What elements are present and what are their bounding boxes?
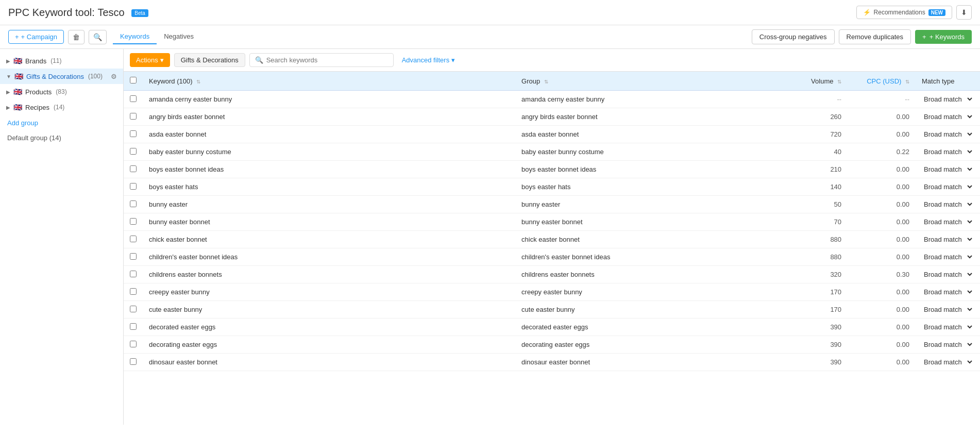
match-type-select[interactable]: Broad match Phrase match Exact match	[922, 200, 974, 209]
volume-cell: 260	[764, 108, 848, 126]
row-checkbox[interactable]	[130, 323, 137, 330]
group-cell: decorated easter eggs	[515, 319, 764, 336]
row-checkbox[interactable]	[130, 200, 137, 207]
group-count: (100)	[88, 73, 103, 80]
row-checkbox[interactable]	[130, 306, 137, 312]
row-checkbox[interactable]	[130, 253, 137, 260]
action-buttons: Cross-group negatives Remove duplicates …	[752, 29, 972, 44]
group-cell: amanda cerny easter bunny	[515, 91, 764, 108]
select-all-checkbox[interactable]	[130, 77, 137, 83]
row-checkbox[interactable]	[130, 288, 137, 295]
match-type-cell: Broad match Phrase match Exact match	[916, 354, 980, 371]
search-input[interactable]	[266, 56, 388, 64]
keyword-cell: dinosaur easter bonnet	[143, 354, 515, 371]
add-campaign-button[interactable]: + + Campaign	[8, 30, 64, 44]
volume-cell: 170	[764, 283, 848, 301]
table-row: amanda cerny easter bunny amanda cerny e…	[124, 91, 980, 108]
keyword-cell: bunny easter	[143, 196, 515, 213]
search-icon: 🔍	[255, 56, 263, 64]
tab-negatives[interactable]: Negatives	[157, 29, 201, 44]
add-group-link[interactable]: Add group	[0, 115, 123, 131]
delete-button[interactable]: 🗑	[68, 30, 85, 44]
row-checkbox[interactable]	[130, 95, 137, 102]
search-button[interactable]: 🔍	[89, 30, 107, 44]
match-type-select[interactable]: Broad match Phrase match Exact match	[922, 182, 974, 191]
match-type-select[interactable]: Broad match Phrase match Exact match	[922, 323, 974, 331]
row-checkbox[interactable]	[130, 183, 137, 190]
match-type-cell: Broad match Phrase match Exact match	[916, 231, 980, 248]
group-cell: childrens easter bonnets	[515, 266, 764, 283]
table-row: decorated easter eggs decorated easter e…	[124, 319, 980, 336]
beta-badge: Beta	[131, 9, 148, 17]
sidebar-group-brands: ▶ 🇬🇧 Brands (11)	[0, 53, 123, 69]
group-filter-tag[interactable]: Gifts & Decorations	[174, 53, 245, 67]
row-checkbox[interactable]	[130, 148, 137, 155]
keywords-table-container: Keyword (100) ⇅ Group ⇅ Volume ⇅ CPC	[124, 72, 980, 425]
match-type-select[interactable]: Broad match Phrase match Exact match	[922, 340, 974, 349]
match-type-select[interactable]: Broad match Phrase match Exact match	[922, 147, 974, 156]
row-checkbox[interactable]	[130, 236, 137, 242]
add-keywords-button[interactable]: + + Keywords	[915, 30, 972, 44]
match-type-select[interactable]: Broad match Phrase match Exact match	[922, 112, 974, 121]
keyword-col-header[interactable]: Keyword (100) ⇅	[143, 72, 515, 91]
match-type-select[interactable]: Broad match Phrase match Exact match	[922, 165, 974, 174]
cross-group-button[interactable]: Cross-group negatives	[752, 29, 835, 44]
table-body: amanda cerny easter bunny amanda cerny e…	[124, 91, 980, 371]
default-group-count: (14)	[49, 134, 61, 142]
chevron-right-icon: ▶	[6, 58, 10, 64]
actions-button[interactable]: Actions ▾	[130, 53, 170, 67]
keyword-cell: amanda cerny easter bunny	[143, 91, 515, 108]
match-type-select[interactable]: Broad match Phrase match Exact match	[922, 217, 974, 226]
group-cell: boys easter hats	[515, 178, 764, 196]
group-col-header[interactable]: Group ⇅	[515, 72, 764, 91]
match-type-select[interactable]: Broad match Phrase match Exact match	[922, 253, 974, 261]
tab-keywords[interactable]: Keywords	[113, 29, 157, 44]
default-group-item[interactable]: Default group (14)	[0, 131, 123, 145]
match-type-select[interactable]: Broad match Phrase match Exact match	[922, 95, 974, 104]
sidebar-item-brands[interactable]: ▶ 🇬🇧 Brands (11)	[0, 53, 123, 69]
row-checkbox[interactable]	[130, 165, 137, 172]
volume-cell: 40	[764, 143, 848, 161]
row-checkbox[interactable]	[130, 358, 137, 365]
row-checkbox[interactable]	[130, 218, 137, 225]
sort-icon: ⇅	[837, 79, 841, 85]
top-header: PPC Keyword tool: Tesco Beta ⚡ Recommend…	[0, 0, 980, 25]
volume-col-header[interactable]: Volume ⇅	[764, 72, 848, 91]
group-count: (14)	[54, 104, 64, 111]
match-type-cell: Broad match Phrase match Exact match	[916, 283, 980, 301]
download-button[interactable]: ⬇	[956, 5, 972, 20]
gear-icon[interactable]: ⚙	[111, 73, 117, 80]
remove-duplicates-button[interactable]: Remove duplicates	[839, 29, 911, 44]
match-type-select[interactable]: Broad match Phrase match Exact match	[922, 358, 974, 366]
sidebar-item-recipes[interactable]: ▶ 🇬🇧 Recipes (14)	[0, 99, 123, 115]
table-row: boys easter hats boys easter hats 140 0.…	[124, 178, 980, 196]
keyword-cell: cute easter bunny	[143, 301, 515, 319]
cpc-col-label: CPC (USD)	[867, 77, 901, 85]
match-type-cell: Broad match Phrase match Exact match	[916, 178, 980, 196]
match-type-cell: Broad match Phrase match Exact match	[916, 319, 980, 336]
row-checkbox[interactable]	[130, 113, 137, 120]
cpc-col-header[interactable]: CPC (USD) ⇅	[848, 72, 916, 91]
match-type-select[interactable]: Broad match Phrase match Exact match	[922, 270, 974, 279]
row-checkbox[interactable]	[130, 271, 137, 277]
row-checkbox-cell	[124, 213, 143, 231]
row-checkbox[interactable]	[130, 130, 137, 137]
recommendations-button[interactable]: ⚡ Recommendations NEW	[856, 6, 952, 19]
trash-icon: 🗑	[73, 33, 80, 41]
select-all-col	[124, 72, 143, 91]
match-type-cell: Broad match Phrase match Exact match	[916, 248, 980, 266]
match-type-select[interactable]: Broad match Phrase match Exact match	[922, 288, 974, 296]
match-type-select[interactable]: Broad match Phrase match Exact match	[922, 305, 974, 314]
keyword-cell: boys easter hats	[143, 178, 515, 196]
match-type-cell: Broad match Phrase match Exact match	[916, 336, 980, 354]
plus-icon: +	[15, 33, 19, 41]
group-cell: asda easter bonnet	[515, 126, 764, 143]
advanced-filters-button[interactable]: Advanced filters ▾	[398, 54, 460, 66]
sidebar-item-gifts-decorations[interactable]: ▼ 🇬🇧 Gifts & Decorations (100) ⚙	[0, 69, 123, 84]
row-checkbox[interactable]	[130, 341, 137, 347]
row-checkbox-cell	[124, 283, 143, 301]
sidebar-item-products[interactable]: ▶ 🇬🇧 Products (83)	[0, 84, 123, 99]
match-type-select[interactable]: Broad match Phrase match Exact match	[922, 235, 974, 244]
table-row: decorating easter eggs decorating easter…	[124, 336, 980, 354]
match-type-select[interactable]: Broad match Phrase match Exact match	[922, 130, 974, 139]
